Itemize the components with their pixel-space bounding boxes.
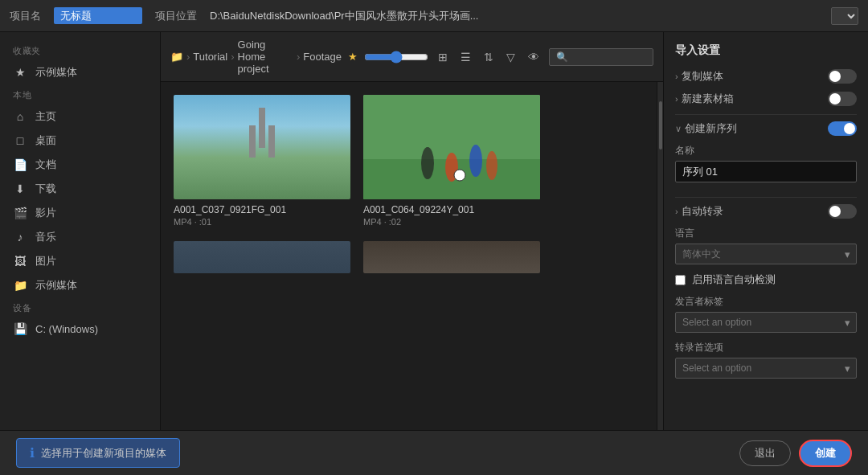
language-label: 语言	[675, 227, 857, 240]
media-card-partial	[174, 241, 350, 273]
language-detect-label[interactable]: 启用语言自动检测	[692, 272, 776, 287]
pictures-icon: 🖼	[13, 255, 27, 268]
sidebar-item-label: 主页	[35, 109, 56, 124]
sidebar: 收藏夹 ★ 示例媒体 本地 ⌂ 主页 □ 桌面 📄 文档 ⬇ 下载 🎬 影片 ♪…	[0, 32, 161, 430]
media-name: A001_C064_09224Y_001	[363, 204, 540, 215]
chevron-right-icon: ›	[675, 72, 678, 81]
favorite-icon[interactable]: ★	[348, 51, 358, 63]
svg-point-6	[454, 170, 465, 181]
create-sequence-toggle[interactable]	[828, 121, 857, 136]
grid-view-button[interactable]: ⊞	[435, 49, 451, 65]
auto-transcribe-toggle[interactable]	[828, 204, 857, 219]
sidebar-item-music[interactable]: ♪ 音乐	[0, 225, 160, 249]
sort-button[interactable]: ⇅	[481, 49, 497, 65]
toggle-knob	[829, 93, 841, 104]
browser-content: A001_C037_0921FG_001 MP4 · :01	[161, 82, 657, 430]
info-text: 选择用于创建新项目的媒体	[41, 446, 166, 461]
info-icon: ℹ	[30, 445, 35, 461]
project-name-label: 项目名	[10, 9, 41, 23]
location-dropdown[interactable]	[831, 7, 858, 25]
topbar: 项目名 项目位置 D:\BaiduNetdiskDownload\Pr中国风水墨…	[0, 0, 868, 32]
chevron-right-icon: ›	[675, 94, 678, 104]
language-detect-row: 启用语言自动检测	[675, 272, 857, 287]
sidebar-item-label: 示例媒体	[35, 65, 77, 80]
transcribe-options-select[interactable]: Select an option	[675, 358, 857, 379]
zoom-slider-wrapper	[364, 51, 428, 63]
scrollbar[interactable]	[657, 82, 663, 430]
search-input[interactable]	[549, 48, 653, 66]
auto-transcribe-label: 自动转录	[682, 204, 723, 219]
media-card[interactable]: A001_C064_09224Y_001 MP4 · :02	[363, 95, 540, 228]
language-detect-checkbox[interactable]	[675, 275, 686, 285]
right-panel: 导入设置 › 复制媒体 › 新建素材箱 ∨	[663, 32, 868, 430]
sidebar-item-label: 桌面	[35, 133, 56, 148]
sequence-name-input[interactable]	[675, 161, 857, 182]
scroll-thumb[interactable]	[659, 101, 662, 149]
favorites-label: 收藏夹	[0, 40, 160, 60]
list-view-button[interactable]: ☰	[457, 49, 474, 65]
folder-icon-small: 📁	[170, 51, 183, 63]
sidebar-item-label: C: (Windows)	[35, 323, 98, 335]
copy-media-label: 复制媒体	[682, 69, 723, 84]
download-icon: ⬇	[13, 182, 27, 195]
document-icon: 📄	[13, 158, 27, 171]
sidebar-item-label: 音乐	[35, 230, 56, 244]
sidebar-item-movies[interactable]: 🎬 影片	[0, 201, 160, 225]
desktop-icon: □	[13, 134, 27, 147]
sidebar-item-label: 下载	[35, 182, 56, 196]
zoom-slider[interactable]	[364, 51, 428, 63]
transcribe-options-select-wrapper: Select an option	[675, 358, 857, 379]
project-name-input[interactable]	[54, 7, 142, 24]
svg-point-2	[421, 147, 434, 179]
speaker-label-select[interactable]: Select an option	[675, 312, 857, 333]
divider	[675, 114, 857, 115]
sidebar-item-documents[interactable]: 📄 文档	[0, 153, 160, 177]
media-meta: MP4 · :02	[363, 217, 540, 227]
filter-button[interactable]: ▽	[503, 49, 518, 65]
create-sequence-label: 创建新序列	[685, 121, 737, 136]
sidebar-item-desktop[interactable]: □ 桌面	[0, 129, 160, 153]
sidebar-item-c-drive[interactable]: 💾 C: (Windows)	[0, 317, 160, 340]
sidebar-item-downloads[interactable]: ⬇ 下载	[0, 177, 160, 201]
copy-media-toggle[interactable]	[828, 69, 857, 84]
sidebar-item-label: 图片	[35, 254, 56, 268]
cancel-button[interactable]: 退出	[739, 440, 791, 466]
sidebar-item-label: 影片	[35, 206, 56, 220]
transcribe-options-label: 转录首选项	[675, 341, 857, 354]
location-label: 项目位置	[155, 9, 197, 23]
sidebar-item-pictures[interactable]: 🖼 图片	[0, 249, 160, 273]
sidebar-item-label: 示例媒体	[35, 278, 77, 293]
media-thumbnail	[363, 95, 540, 199]
breadcrumb-footage[interactable]: Footage	[303, 51, 342, 63]
media-card-partial	[363, 241, 540, 273]
info-box: ℹ 选择用于创建新项目的媒体	[16, 438, 180, 468]
breadcrumb: 📁 › Tutorial › Going Home project › Foot…	[170, 39, 358, 75]
media-meta: MP4 · :01	[174, 217, 350, 227]
create-button[interactable]: 创建	[799, 440, 852, 467]
music-icon: ♪	[13, 231, 27, 244]
toggle-knob	[829, 71, 841, 82]
media-card[interactable]: A001_C037_0921FG_001 MP4 · :01	[174, 95, 350, 228]
local-label: 本地	[0, 84, 160, 104]
sidebar-item-home[interactable]: ⌂ 主页	[0, 104, 160, 129]
panel-title: 导入设置	[675, 43, 857, 58]
media-name: A001_C037_0921FG_001	[174, 204, 350, 215]
svg-point-4	[469, 145, 482, 177]
chevron-right-icon: ›	[675, 207, 678, 216]
location-value: D:\BaiduNetdiskDownload\Pr中国风水墨散开片头开场画..…	[210, 9, 818, 23]
media-thumbnail-partial	[174, 241, 350, 273]
speaker-label-select-wrapper: Select an option	[675, 312, 857, 333]
sidebar-item-example-media-fav[interactable]: ★ 示例媒体	[0, 60, 160, 84]
language-select-wrapper: 简体中文 English	[675, 244, 857, 264]
breadcrumb-tutorial[interactable]: Tutorial	[193, 51, 227, 63]
language-select[interactable]: 简体中文 English	[675, 244, 857, 264]
drive-icon: 💾	[13, 322, 27, 335]
breadcrumb-going-home[interactable]: Going Home project	[238, 39, 293, 75]
bottom-actions: 退出 创建	[739, 440, 852, 467]
create-sequence-row: ∨ 创建新序列	[675, 121, 857, 136]
devices-label: 设备	[0, 297, 160, 317]
eye-button[interactable]: 👁	[525, 49, 542, 65]
sidebar-item-example-media[interactable]: 📁 示例媒体	[0, 273, 160, 297]
star-icon: ★	[13, 66, 27, 79]
new-bin-toggle[interactable]	[828, 92, 857, 106]
